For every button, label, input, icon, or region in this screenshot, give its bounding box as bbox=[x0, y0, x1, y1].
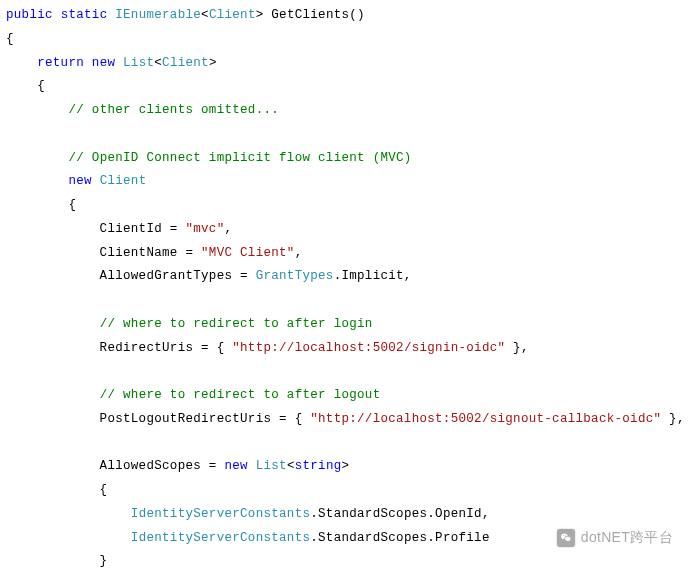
code-token bbox=[248, 459, 256, 473]
code-token: // where to redirect to after logout bbox=[100, 388, 381, 402]
code-token: < bbox=[287, 459, 295, 473]
code-token: RedirectUris = { bbox=[6, 341, 232, 355]
code-token: // other clients omitted... bbox=[68, 103, 279, 117]
code-token: > GetClients() bbox=[256, 8, 365, 22]
code-token: "http://localhost:5002/signin-oidc" bbox=[232, 341, 505, 355]
code-token: new bbox=[68, 174, 91, 188]
code-token bbox=[84, 56, 92, 70]
code-token: { bbox=[6, 32, 14, 46]
code-token: } bbox=[6, 554, 107, 568]
code-token: Client bbox=[100, 174, 147, 188]
code-token: Client bbox=[209, 8, 256, 22]
code-token: }, bbox=[505, 341, 528, 355]
code-token bbox=[6, 56, 37, 70]
code-token bbox=[6, 531, 131, 545]
code-token bbox=[6, 103, 68, 117]
code-token: // OpenID Connect implicit flow client (… bbox=[68, 151, 411, 165]
code-token: return bbox=[37, 56, 84, 70]
code-token: .Implicit, bbox=[334, 269, 412, 283]
code-token bbox=[6, 174, 68, 188]
code-token: List bbox=[123, 56, 154, 70]
code-token bbox=[6, 388, 100, 402]
code-token: "mvc" bbox=[185, 222, 224, 236]
code-token: , bbox=[224, 222, 232, 236]
code-token bbox=[92, 174, 100, 188]
code-token: static bbox=[61, 8, 108, 22]
code-token: { bbox=[6, 79, 45, 93]
code-token: { bbox=[6, 198, 76, 212]
code-token: // where to redirect to after login bbox=[100, 317, 373, 331]
code-token: .StandardScopes.OpenId, bbox=[310, 507, 489, 521]
code-token: IdentityServerConstants bbox=[131, 531, 310, 545]
code-token bbox=[6, 317, 100, 331]
code-token bbox=[6, 507, 131, 521]
code-token: new bbox=[92, 56, 115, 70]
code-block: public static IEnumerable<Client> GetCli… bbox=[6, 4, 685, 573]
code-token: .StandardScopes.Profile bbox=[310, 531, 489, 545]
code-token: < bbox=[201, 8, 209, 22]
code-token: > bbox=[342, 459, 350, 473]
code-token: }, bbox=[661, 412, 684, 426]
code-token: "MVC Client" bbox=[201, 246, 295, 260]
code-token: public bbox=[6, 8, 53, 22]
code-token: IEnumerable bbox=[115, 8, 201, 22]
code-token: AllowedScopes = bbox=[6, 459, 224, 473]
code-token bbox=[6, 151, 68, 165]
code-token: ClientId = bbox=[6, 222, 185, 236]
code-token: > bbox=[209, 56, 217, 70]
code-token: , bbox=[295, 246, 303, 260]
code-token bbox=[115, 56, 123, 70]
code-token: PostLogoutRedirectUris = { bbox=[6, 412, 310, 426]
code-token: new bbox=[224, 459, 247, 473]
code-token: List bbox=[256, 459, 287, 473]
code-token: Client bbox=[162, 56, 209, 70]
code-token: "http://localhost:5002/signout-callback-… bbox=[310, 412, 661, 426]
code-token: string bbox=[295, 459, 342, 473]
code-token: IdentityServerConstants bbox=[131, 507, 310, 521]
code-token: ClientName = bbox=[6, 246, 201, 260]
code-token: { bbox=[6, 483, 107, 497]
code-token: AllowedGrantTypes = bbox=[6, 269, 256, 283]
code-token: < bbox=[154, 56, 162, 70]
code-token bbox=[53, 8, 61, 22]
code-token: GrantTypes bbox=[256, 269, 334, 283]
